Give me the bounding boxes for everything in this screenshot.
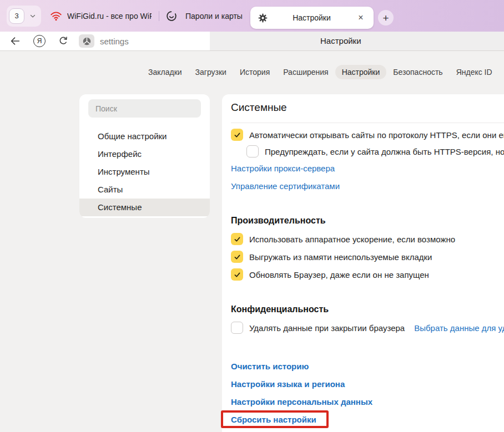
sidebar-item-system[interactable]: Системные [79,199,210,216]
checkbox-label: Обновлять Браузер, даже если он не запущ… [249,270,429,279]
check-icon [233,235,241,243]
settings-sidebar: Общие настройки Интерфейс Инструменты Са… [79,94,210,218]
protect-icon [82,37,92,46]
checkbox-auto-update[interactable] [231,268,243,281]
heading-separator [231,123,504,123]
nav-item-other-devices[interactable]: Другие устройства [499,65,504,79]
nav-item-history[interactable]: История [233,65,276,79]
checkbox-label: Автоматически открывать сайты по протоко… [249,130,504,140]
tab-settings-active[interactable]: Настройки × [250,7,374,29]
checkbox-label: Выгружать из памяти неиспользуемые вклад… [249,252,432,262]
close-icon[interactable]: × [355,12,366,23]
nav-item-extensions[interactable]: Расширения [276,65,335,79]
nav-item-downloads[interactable]: Загрузки [189,65,233,79]
tab-count-badge[interactable]: 3 [9,8,24,24]
check-icon [233,131,241,139]
link-language-region[interactable]: Настройки языка и региона [231,379,345,389]
checkbox-row-https-warn: Предупреждать, если у сайта должна быть … [246,145,504,157]
gear-icon [258,13,268,23]
plus-icon: + [382,13,389,23]
link-certificates[interactable]: Управление сертификатами [231,181,340,191]
nav-item-yandex-id[interactable]: Яндекс ID [450,65,499,79]
yandex-logo-icon[interactable]: Я [33,35,46,47]
checkbox-label: Использовать аппаратное ускорение, если … [249,235,455,244]
checkbox-label: Удалять данные при закрытии браузера [249,323,405,333]
checkbox-row-auto-update: Обновлять Браузер, даже если он не запущ… [231,268,429,281]
settings-content: Системные Автоматически открывать сайты … [222,94,504,432]
tab-bar: 3 WiFiGid.ru - все про WiFi и роутеры Па… [0,0,504,32]
check-icon [233,253,241,261]
checkbox-row-clear-on-close: Удалять данные при закрытии браузера Выб… [231,322,504,334]
tab-wifigid[interactable]: WiFiGid.ru - все про WiFi и роутеры [50,10,152,22]
page-title: Настройки [320,36,361,45]
link-personal-data[interactable]: Настройки персональных данных [231,397,372,406]
section-heading-privacy: Конфиденциальность [231,304,329,314]
yandex-letter: Я [37,37,42,45]
chevron-down-icon[interactable] [24,12,41,20]
tab-title: Настройки [268,13,355,22]
checkbox-unload-tabs[interactable] [231,251,243,263]
link-choose-data[interactable]: Выбрать данные для удаления [414,323,504,333]
new-tab-button[interactable]: + [378,10,394,26]
reload-button[interactable] [57,35,70,47]
link-proxy-settings[interactable]: Настройки прокси-сервера [231,164,335,173]
section-heading-performance: Производительность [231,216,326,226]
tab-divider [159,11,159,21]
settings-nav: Закладки Загрузки История Расширения Нас… [142,65,504,79]
checkbox-row-https-auto: Автоматически открывать сайты по протоко… [231,129,504,141]
url-text[interactable]: settings [100,37,129,46]
tab-title: Пароли и карты [185,12,243,21]
wifi-icon [50,10,62,22]
link-clear-history[interactable]: Очистить историю [231,362,309,371]
check-icon [233,271,241,279]
browser-toolbar: Я settings Настройки [0,32,504,51]
sidebar-item-sites[interactable]: Сайты [79,181,210,199]
search-input[interactable] [88,99,201,118]
tab-passwords[interactable]: Пароли и карты [165,10,243,22]
url-panel[interactable]: Я settings [0,32,210,50]
sidebar-item-interface[interactable]: Интерфейс [79,145,210,163]
protect-badge[interactable] [79,34,94,48]
checkbox-row-hw-accel: Использовать аппаратное ускорение, если … [231,233,455,245]
content-heading: Системные [231,101,287,114]
tab-counter[interactable]: 3 [7,6,41,27]
back-button[interactable] [8,35,22,47]
link-reset-settings[interactable]: Сбросить настройки [231,415,316,424]
sidebar-item-tools[interactable]: Инструменты [79,163,210,181]
checkbox-hw-accel[interactable] [231,233,243,245]
checkbox-https-warn[interactable] [246,145,259,157]
nav-item-security[interactable]: Безопасность [386,65,449,79]
sidebar-item-general[interactable]: Общие настройки [79,128,210,145]
nav-item-bookmarks[interactable]: Закладки [142,65,189,79]
nav-item-settings[interactable]: Настройки [335,65,387,79]
reload-icon [58,35,69,47]
checkbox-row-unload-tabs: Выгружать из памяти неиспользуемые вклад… [231,251,432,263]
passwords-icon [165,10,178,22]
tab-title: WiFiGid.ru - все про WiFi и роутеры [67,12,152,21]
back-icon [9,35,21,47]
checkbox-clear-on-close[interactable] [231,322,243,334]
checkbox-https-auto[interactable] [231,129,243,141]
checkbox-label: Предупреждать, если у сайта должна быть … [265,147,504,156]
